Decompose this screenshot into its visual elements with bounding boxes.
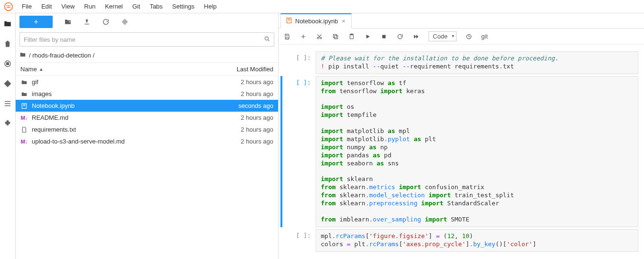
- code-cell[interactable]: [ ]:# Please wait for the installation t…: [279, 51, 644, 74]
- menu-settings[interactable]: Settings: [168, 1, 199, 12]
- cell-body[interactable]: import tensorflow as tf from tensorflow …: [316, 76, 638, 227]
- file-modified: seconds ago: [238, 102, 273, 109]
- notebook-area[interactable]: [ ]:# Please wait for the installation t…: [279, 45, 644, 259]
- notebook-toolbar: Code git: [279, 29, 644, 45]
- file-name: upload-to-s3-and-serve-model.md: [32, 138, 125, 145]
- code-cell[interactable]: [ ]:mpl.rcParams['figure.figsize'] = (12…: [279, 229, 644, 252]
- svg-rect-22: [383, 35, 386, 38]
- cell-prompt: [ ]:: [282, 229, 316, 252]
- file-row[interactable]: gif2 hours ago: [16, 76, 278, 88]
- file-row[interactable]: images2 hours ago: [16, 88, 278, 100]
- file-name: README.md: [32, 114, 68, 121]
- run-all-icon[interactable]: [412, 33, 420, 40]
- file-list-header: Name ▲ Last Modified: [16, 63, 278, 76]
- file-row[interactable]: M↓README.md2 hours ago: [16, 112, 278, 124]
- copy-icon[interactable]: [332, 33, 339, 40]
- main-menu: FileEditViewRunKernelGitTabsSettingsHelp: [17, 1, 222, 12]
- cell-prompt: [ ]:: [282, 76, 316, 227]
- cell-type-select[interactable]: Code: [429, 31, 457, 41]
- cell-prompt: [ ]:: [282, 51, 316, 74]
- svg-rect-18: [335, 35, 338, 38]
- file-modified: 2 hours ago: [241, 114, 273, 121]
- git-pull-icon[interactable]: [121, 18, 129, 26]
- file-modified: 2 hours ago: [241, 126, 273, 133]
- insert-cell-icon[interactable]: [299, 33, 307, 40]
- running-icon[interactable]: [3, 59, 12, 68]
- file-modified: 2 hours ago: [241, 78, 273, 86]
- file-modified: 2 hours ago: [241, 90, 273, 97]
- menu-edit[interactable]: Edit: [37, 1, 56, 12]
- sort-asc-icon[interactable]: ▲: [39, 67, 44, 72]
- new-folder-icon[interactable]: [64, 18, 72, 26]
- trash-icon[interactable]: [3, 39, 12, 48]
- column-modified[interactable]: Last Modified: [237, 66, 273, 73]
- file-name: images: [32, 90, 52, 97]
- save-icon[interactable]: [283, 33, 291, 40]
- code-cell[interactable]: [ ]:import tensorflow as tf from tensorf…: [279, 76, 644, 227]
- activity-bar: [0, 13, 16, 259]
- breadcrumb[interactable]: / rhods-fraud-detection /: [16, 48, 278, 63]
- breadcrumb-path: / rhods-fraud-detection /: [29, 52, 94, 59]
- folder-tab-icon[interactable]: [3, 19, 12, 29]
- menu-run[interactable]: Run: [79, 1, 100, 12]
- paste-icon[interactable]: [348, 33, 355, 40]
- menu-file[interactable]: File: [17, 1, 37, 12]
- main-content: Notebook.ipynb × Code git [ ]:# Please w…: [279, 13, 644, 259]
- extensions-icon[interactable]: [3, 119, 12, 128]
- file-row[interactable]: M↓upload-to-s3-and-serve-model.md2 hours…: [16, 135, 278, 147]
- tab-bar: Notebook.ipynb ×: [279, 13, 644, 29]
- file-modified: 2 hours ago: [241, 138, 273, 145]
- markdown-icon: M↓: [20, 138, 28, 145]
- file-browser: / rhods-fraud-detection / Name ▲ Last Mo…: [16, 13, 279, 259]
- menu-kernel[interactable]: Kernel: [100, 1, 128, 12]
- filter-wrap: [19, 32, 274, 47]
- upload-icon[interactable]: [83, 18, 91, 26]
- jupyter-logo-icon: [4, 2, 13, 11]
- svg-line-7: [268, 40, 270, 41]
- file-row[interactable]: requirements.txt2 hours ago: [16, 124, 278, 135]
- notebook-icon: [20, 102, 28, 110]
- toc-icon[interactable]: [3, 99, 12, 108]
- folder-icon: [20, 90, 28, 98]
- svg-point-0: [5, 2, 13, 10]
- git-tab-icon[interactable]: [3, 79, 12, 88]
- search-icon: [264, 36, 271, 44]
- menu-tabs[interactable]: Tabs: [145, 1, 167, 12]
- folder-icon: [19, 51, 26, 59]
- column-name[interactable]: Name: [20, 66, 37, 73]
- stop-icon[interactable]: [380, 33, 388, 40]
- file-browser-toolbar: [16, 13, 278, 30]
- menu-view[interactable]: View: [56, 1, 79, 12]
- svg-rect-2: [7, 63, 9, 65]
- tab-title: Notebook.ipynb: [295, 18, 338, 25]
- close-icon[interactable]: ×: [341, 18, 346, 25]
- git-label[interactable]: git: [481, 33, 488, 40]
- refresh-icon[interactable]: [102, 18, 110, 26]
- run-icon[interactable]: [364, 33, 372, 40]
- file-name: requirements.txt: [32, 126, 76, 133]
- svg-rect-19: [333, 34, 336, 38]
- notebook-icon: [286, 17, 292, 25]
- cell-body[interactable]: # Please wait for the installation to be…: [316, 51, 638, 74]
- kernel-status-icon[interactable]: [465, 33, 473, 40]
- file-name: gif: [32, 78, 38, 86]
- markdown-icon: M↓: [20, 114, 28, 122]
- folder-icon: [20, 78, 28, 86]
- file-row[interactable]: Notebook.ipynbseconds ago: [16, 100, 278, 112]
- menu-help[interactable]: Help: [199, 1, 222, 12]
- filter-input[interactable]: [19, 32, 274, 47]
- cell-body[interactable]: mpl.rcParams['figure.figsize'] = (12, 10…: [316, 229, 638, 252]
- file-list: gif2 hours agoimages2 hours agoNotebook.…: [16, 76, 278, 259]
- file-name: Notebook.ipynb: [32, 102, 75, 109]
- cut-icon[interactable]: [316, 33, 323, 40]
- svg-point-6: [265, 37, 268, 40]
- restart-icon[interactable]: [396, 33, 404, 40]
- menu-git[interactable]: Git: [128, 1, 145, 12]
- tab-notebook[interactable]: Notebook.ipynb ×: [280, 13, 352, 29]
- menu-bar: FileEditViewRunKernelGitTabsSettingsHelp: [0, 0, 644, 13]
- file-icon: [20, 126, 28, 134]
- new-launcher-button[interactable]: [19, 16, 53, 28]
